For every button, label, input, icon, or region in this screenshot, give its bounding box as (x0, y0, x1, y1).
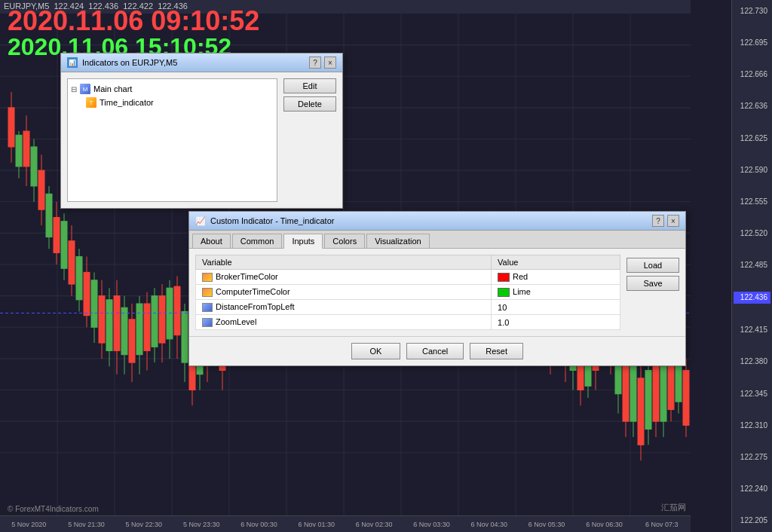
price-label: 122.695 (734, 38, 770, 48)
svg-rect-116 (660, 366, 666, 421)
value-cell: 10 (492, 300, 620, 315)
tab-about[interactable]: About (192, 234, 231, 248)
tree-expand-icon[interactable]: ⊟ (71, 85, 77, 93)
price-label: 122.636 (734, 101, 770, 112)
dialog-footer: OK Cancel Reset (189, 336, 685, 365)
indicators-dialog: 📊 Indicators on EURJPY,M5 ? × ⊟ M Main c… (60, 53, 343, 209)
time-tick: 6 Nov 05:30 (518, 521, 575, 528)
custom-close-button[interactable]: × (667, 215, 679, 227)
time-tick: 5 Nov 21:30 (57, 521, 115, 528)
time-tick: 6 Nov 02:30 (345, 521, 403, 528)
indicators-close-button[interactable]: × (324, 57, 336, 69)
svg-rect-62 (144, 304, 150, 350)
svg-rect-114 (653, 362, 659, 421)
load-button[interactable]: Load (626, 258, 679, 273)
indicators-delete-button[interactable]: Delete (283, 96, 336, 112)
variable-cell: BrokerTimeColor (196, 270, 492, 285)
indicators-dialog-body: ⊟ M Main chart T Time_indicator Edit Del… (61, 72, 342, 208)
dialog-main-area: Variable Value BrokerTimeColorRedCompute… (195, 255, 620, 330)
price-label: 122.275 (734, 452, 770, 463)
color-swatch (498, 288, 510, 297)
indicators-dialog-title: Indicators on EURJPY,M5 (82, 58, 177, 67)
tab-inputs[interactable]: Inputs (283, 234, 323, 249)
value-cell: 1.0 (492, 315, 620, 330)
indicators-dialog-controls: ? × (309, 57, 336, 69)
time-tick: 6 Nov 03:30 (403, 521, 460, 528)
tab-visualization[interactable]: Visualization (366, 234, 430, 248)
value-cell: Lime (492, 285, 620, 300)
price-label: 122.415 (734, 325, 770, 335)
custom-dialog-content: Variable Value BrokerTimeColorRedCompute… (189, 249, 685, 336)
tab-common[interactable]: Common (232, 234, 283, 248)
time-axis: 5 Nov 2020 5 Nov 21:30 5 Nov 22:30 5 Nov… (0, 515, 691, 532)
broker-time: 2020.11.06 09:10:52 (8, 8, 259, 35)
variable-icon (202, 288, 213, 297)
variable-cell: ComputerTimeColor (196, 285, 492, 300)
variable-cell: DistanceFromTopLeft (196, 300, 492, 315)
tree-time-indicator-label: Time_indicator (100, 98, 154, 107)
value-label: Red (513, 272, 528, 281)
svg-rect-112 (645, 370, 651, 429)
table-row: BrokerTimeColorRed (196, 270, 620, 285)
time-tick: 6 Nov 07:3 (633, 521, 691, 528)
svg-rect-108 (630, 362, 636, 421)
svg-rect-36 (46, 194, 52, 237)
price-label: 122.485 (734, 260, 770, 271)
color-swatch (498, 273, 510, 282)
price-label: 122.590 (734, 165, 770, 176)
svg-rect-70 (174, 286, 180, 335)
time-tick: 6 Nov 06:30 (575, 521, 633, 528)
svg-rect-40 (61, 222, 67, 268)
variable-icon (202, 318, 213, 327)
price-label: 122.345 (734, 389, 770, 399)
svg-rect-66 (159, 296, 165, 343)
price-label: 122.240 (734, 484, 770, 494)
time-tick: 5 Nov 2020 (0, 521, 57, 528)
indicators-dialog-titlebar: 📊 Indicators on EURJPY,M5 ? × (61, 54, 342, 72)
indicators-dialog-icon: 📊 (67, 57, 78, 68)
price-label: 122.205 (734, 515, 770, 526)
table-row: ZoomLevel1.0 (196, 315, 620, 330)
svg-rect-48 (91, 280, 97, 327)
price-label: 122.625 (734, 133, 770, 144)
svg-rect-32 (31, 147, 37, 186)
tab-colors[interactable]: Colors (324, 234, 365, 248)
tabs-bar: About Common Inputs Colors Visualization (189, 231, 685, 249)
svg-rect-26 (8, 108, 14, 147)
svg-rect-54 (114, 296, 120, 351)
variable-label: BrokerTimeColor (216, 272, 278, 281)
time-display: 2020.11.06 09:10:52 2020.11.06 15:10:52 (8, 8, 259, 59)
variable-label: ZoomLevel (216, 317, 256, 326)
table-row: ComputerTimeColorLime (196, 285, 620, 300)
price-label: 122.380 (734, 356, 770, 367)
svg-rect-50 (99, 296, 105, 343)
svg-rect-58 (129, 320, 135, 362)
ok-button[interactable]: OK (351, 343, 400, 359)
custom-help-button[interactable]: ? (652, 215, 664, 227)
side-buttons: Load Save (626, 255, 679, 330)
reset-button[interactable]: Reset (470, 343, 523, 359)
svg-rect-60 (136, 304, 142, 355)
value-label: 10 (498, 303, 507, 312)
save-button[interactable]: Save (626, 276, 679, 291)
svg-rect-106 (623, 359, 629, 421)
svg-rect-34 (38, 170, 44, 209)
tree-main-chart-label: Main chart (93, 84, 132, 93)
indicators-help-button[interactable]: ? (309, 57, 321, 69)
svg-rect-44 (76, 257, 82, 300)
variable-cell: ZoomLevel (196, 315, 492, 330)
svg-rect-56 (121, 307, 127, 354)
value-label: Lime (513, 287, 531, 296)
table-row: DistanceFromTopLeft10 (196, 300, 620, 315)
variable-icon (202, 273, 213, 282)
variable-label: DistanceFromTopLeft (216, 302, 295, 311)
svg-rect-64 (152, 296, 158, 347)
tree-time-indicator: T Time_indicator (71, 96, 274, 109)
main-chart-icon: M (80, 84, 90, 94)
indicators-edit-button[interactable]: Edit (283, 78, 336, 93)
watermark-right: 汇茄网 (661, 502, 686, 513)
time-tick: 5 Nov 22:30 (115, 521, 173, 528)
col-value-header: Value (492, 255, 620, 270)
svg-rect-122 (683, 370, 689, 425)
cancel-button[interactable]: Cancel (406, 343, 464, 359)
